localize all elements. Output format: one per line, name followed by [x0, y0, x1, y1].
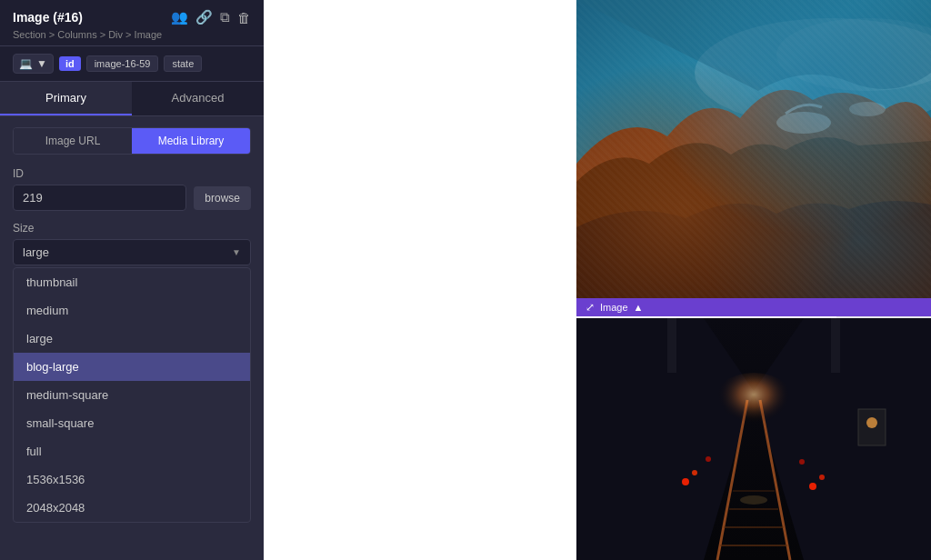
panel-header: Image (#16) 👥 🔗 ⧉ 🗑 Section > Columns > …	[0, 0, 264, 46]
bottom-image	[576, 318, 931, 560]
svg-point-19	[740, 495, 767, 505]
source-buttons: Image URL Media Library	[13, 127, 251, 155]
left-panel: Image (#16) 👥 🔗 ⧉ 🗑 Section > Columns > …	[0, 0, 264, 560]
size-label: Size	[13, 222, 251, 235]
users-icon[interactable]: 👥	[171, 9, 188, 25]
panel-title: Image (#16)	[13, 10, 83, 25]
link-icon[interactable]: 🔗	[195, 9, 213, 25]
image-label-bar: ⤢ Image ▲	[576, 298, 931, 316]
svg-point-17	[799, 459, 805, 465]
svg-point-12	[682, 478, 689, 485]
right-panel: ⤢ Image ▲	[264, 0, 931, 560]
panel-icons: 👥 🔗 ⧉ 🗑	[171, 9, 251, 25]
device-selector[interactable]: 💻 ▼	[13, 54, 54, 74]
svg-point-4	[849, 102, 886, 116]
copy-icon[interactable]: ⧉	[220, 9, 230, 25]
tab-advanced[interactable]: Advanced	[132, 82, 264, 115]
dropdown-item-thumbnail[interactable]: thumbnail	[14, 268, 250, 296]
dropdown-item-1536x1536[interactable]: 1536x1536	[14, 465, 250, 494]
dropdown-item-medium[interactable]: medium	[14, 296, 250, 325]
dropdown-item-small-square[interactable]: small-square	[14, 409, 250, 437]
svg-rect-20	[667, 318, 676, 373]
expand-icon: ⤢	[586, 301, 595, 314]
top-image	[576, 0, 931, 298]
dropdown-item-large[interactable]: large	[14, 325, 250, 353]
panel-content: Image URL Media Library ID browse Size l…	[0, 116, 264, 560]
state-button[interactable]: state	[164, 55, 202, 72]
svg-point-23	[866, 417, 877, 428]
svg-point-3	[776, 112, 831, 134]
breadcrumb: Section > Columns > Div > Image	[13, 29, 251, 40]
svg-point-15	[819, 475, 825, 480]
id-input-row: browse	[13, 185, 251, 211]
svg-point-16	[706, 456, 711, 462]
tabs-row: Primary Advanced	[0, 82, 264, 116]
svg-rect-0	[576, 0, 931, 298]
id-field-label: ID	[13, 167, 251, 180]
image-label-text: Image	[600, 302, 628, 313]
size-selected-value: large	[23, 245, 49, 259]
dropdown-item-full[interactable]: full	[14, 437, 250, 465]
chevron-down-icon: ▼	[232, 247, 241, 257]
monitor-icon: 💻	[19, 57, 33, 70]
id-input[interactable]	[13, 185, 186, 211]
image-url-button[interactable]: Image URL	[14, 128, 132, 154]
browse-button[interactable]: browse	[194, 186, 251, 210]
dropdown-item-2048x2048[interactable]: 2048x2048	[14, 494, 250, 522]
svg-point-1	[695, 18, 931, 127]
chevron-up-icon: ▲	[634, 302, 644, 313]
svg-point-18	[708, 373, 799, 445]
svg-point-13	[692, 470, 697, 475]
size-dropdown: thumbnail medium large blog-large medium…	[13, 267, 251, 523]
tab-primary[interactable]: Primary	[0, 82, 132, 115]
id-badge: id	[59, 56, 81, 71]
id-value: image-16-59	[86, 55, 159, 72]
trash-icon[interactable]: 🗑	[237, 10, 251, 25]
svg-point-2	[776, 18, 931, 91]
svg-rect-21	[831, 318, 840, 373]
dropdown-item-blog-large[interactable]: blog-large	[14, 353, 250, 381]
toolbar-row: 💻 ▼ id image-16-59 state	[0, 46, 264, 82]
chevron-down-icon: ▼	[36, 57, 47, 70]
svg-point-14	[809, 483, 816, 490]
dropdown-item-medium-square[interactable]: medium-square	[14, 381, 250, 409]
size-select[interactable]: large ▼	[13, 239, 251, 265]
media-library-button[interactable]: Media Library	[132, 128, 250, 154]
